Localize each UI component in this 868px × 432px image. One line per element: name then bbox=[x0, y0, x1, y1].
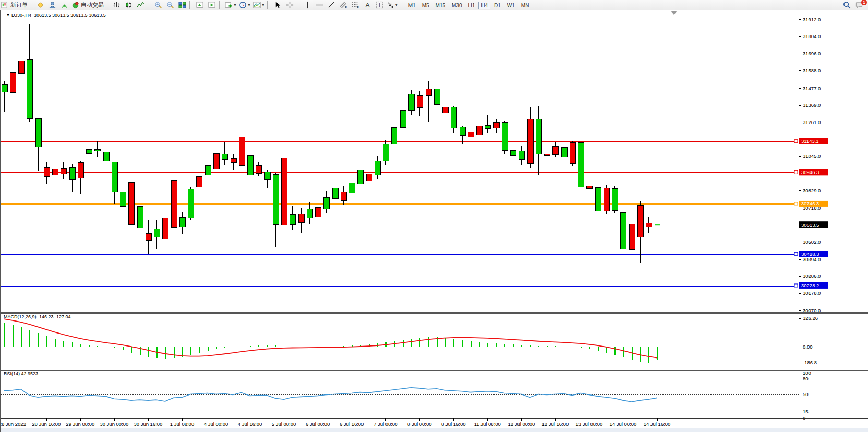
fibonacci-button[interactable]: F bbox=[349, 1, 361, 9]
svg-text:7 Jul 08:00: 7 Jul 08:00 bbox=[373, 421, 397, 427]
svg-text:30829.0: 30829.0 bbox=[803, 188, 821, 193]
channel-button[interactable]: E bbox=[337, 1, 349, 9]
vertical-line-button[interactable] bbox=[302, 1, 314, 9]
bear-candle bbox=[171, 181, 177, 228]
svg-text:8 Jul 00:00: 8 Jul 00:00 bbox=[407, 421, 431, 427]
search-button[interactable] bbox=[841, 1, 853, 9]
dropdown-caret: ▼ bbox=[233, 3, 237, 7]
data-window-icon bbox=[196, 1, 204, 9]
bull-candle bbox=[290, 215, 295, 224]
timeframe-m15[interactable]: M15 bbox=[433, 2, 448, 9]
bear-candle bbox=[493, 122, 499, 128]
account-button[interactable] bbox=[46, 1, 58, 9]
bull-candle bbox=[273, 175, 279, 224]
dropdown-caret: ▼ bbox=[247, 3, 251, 7]
signal-button[interactable] bbox=[58, 1, 70, 9]
toolbar-grip bbox=[219, 1, 223, 9]
bull-candle bbox=[112, 162, 117, 192]
candlestick-chart-button[interactable] bbox=[123, 1, 135, 9]
svg-text:13 Jul 08:00: 13 Jul 08:00 bbox=[576, 421, 603, 427]
bear-candle bbox=[366, 174, 372, 181]
timeframe-m30[interactable]: M30 bbox=[449, 2, 464, 9]
bear-candle bbox=[527, 119, 533, 163]
timeframe-w1[interactable]: W1 bbox=[504, 2, 517, 9]
chat-button[interactable]: 1 bbox=[853, 1, 865, 9]
new-order-button[interactable]: 新订单 bbox=[0, 1, 29, 9]
timeframe-d1[interactable]: D1 bbox=[491, 2, 503, 9]
zoom-out-button[interactable] bbox=[164, 1, 176, 9]
collapse-triangle-icon: ▼ bbox=[6, 13, 10, 17]
toolbar-grip bbox=[30, 1, 33, 9]
svg-text:30 Jun 00:00: 30 Jun 00:00 bbox=[100, 421, 128, 427]
rsi-name: RSI(14) bbox=[4, 371, 20, 376]
window-bottom-strip bbox=[1, 428, 868, 432]
timeframe-m5[interactable]: M5 bbox=[419, 2, 432, 9]
bull-candle bbox=[120, 192, 126, 207]
bull-candle bbox=[357, 170, 363, 184]
bear-candle bbox=[213, 153, 219, 169]
bull-candle bbox=[391, 127, 397, 144]
timeframe-h4[interactable]: H4 bbox=[478, 2, 490, 9]
toolbar-grip bbox=[148, 1, 151, 9]
trendline-button[interactable] bbox=[326, 1, 337, 9]
bull-candle bbox=[561, 148, 567, 157]
crosshair-button[interactable] bbox=[284, 1, 296, 9]
period-button[interactable]: ▼ bbox=[238, 1, 252, 9]
timeframe-group: M1M5M15M30H1H4D1W1MN bbox=[405, 2, 533, 8]
bull-candle bbox=[400, 111, 406, 128]
data-window-button[interactable] bbox=[194, 1, 206, 9]
svg-text:30428.3: 30428.3 bbox=[801, 251, 819, 257]
bull-candle bbox=[536, 119, 541, 154]
line-chart-button[interactable] bbox=[135, 1, 147, 9]
svg-text:4 Jul 16:00: 4 Jul 16:00 bbox=[238, 421, 262, 427]
ohlc-open: 30613.5 bbox=[34, 13, 51, 18]
bull-candle bbox=[383, 144, 389, 161]
svg-text:14 Jul 16:00: 14 Jul 16:00 bbox=[644, 421, 671, 427]
svg-text:28 Jun 16:00: 28 Jun 16:00 bbox=[32, 421, 61, 427]
navigator-button[interactable] bbox=[206, 1, 218, 9]
svg-text:31045.0: 31045.0 bbox=[803, 153, 821, 159]
dropdown-caret: ▼ bbox=[395, 3, 399, 7]
rsi-value: 42.9523 bbox=[21, 371, 39, 376]
signal-icon bbox=[61, 1, 68, 9]
macd-main-value: -146.23 bbox=[38, 314, 54, 319]
svg-text:0.00: 0.00 bbox=[803, 344, 813, 350]
chart-area[interactable]: 31912.031804.031696.031588.031477.031369… bbox=[0, 10, 868, 432]
arrows-button[interactable]: ▼ bbox=[385, 1, 400, 9]
template-button[interactable]: ▼ bbox=[252, 1, 266, 9]
ohlc-low: 30613.5 bbox=[70, 13, 88, 18]
svg-text:T: T bbox=[378, 2, 381, 8]
bull-candle bbox=[332, 188, 338, 198]
zoom-in-button[interactable] bbox=[152, 1, 164, 9]
bear-candle bbox=[315, 207, 321, 217]
bear-candle bbox=[239, 137, 245, 166]
cursor-button[interactable] bbox=[272, 1, 284, 9]
bear-candle bbox=[417, 95, 423, 107]
bar-chart-button[interactable] bbox=[111, 1, 123, 9]
svg-text:12 Jul 16:00: 12 Jul 16:00 bbox=[542, 421, 569, 427]
text-label-button[interactable]: T bbox=[373, 1, 385, 9]
horizontal-line-button[interactable] bbox=[314, 1, 326, 9]
svg-text:31143.1: 31143.1 bbox=[801, 138, 819, 144]
auto-trading-button[interactable]: 自动交易 bbox=[70, 1, 105, 9]
bull-candle bbox=[460, 127, 465, 135]
timeframe-h1[interactable]: H1 bbox=[465, 2, 477, 9]
new-chart-button[interactable]: ▼ bbox=[224, 1, 238, 9]
favorites-button[interactable] bbox=[34, 1, 46, 9]
price-chart-canvas[interactable]: 31912.031804.031696.031588.031477.031369… bbox=[1, 10, 868, 432]
bear-candle bbox=[298, 214, 304, 223]
svg-text:28 Jun 2022: 28 Jun 2022 bbox=[1, 421, 26, 427]
timeframe-m1[interactable]: M1 bbox=[406, 2, 418, 9]
svg-text:30746.3: 30746.3 bbox=[801, 201, 819, 206]
bull-candle bbox=[103, 152, 109, 161]
main-toolbar: 新订单 自动交易 bbox=[0, 0, 868, 10]
bull-candle bbox=[612, 188, 618, 210]
bull-candle bbox=[620, 212, 626, 249]
timeframe-mn[interactable]: MN bbox=[519, 2, 532, 9]
bear-candle bbox=[128, 182, 134, 224]
svg-text:6 Jul 00:00: 6 Jul 00:00 bbox=[306, 421, 330, 427]
text-button[interactable]: A bbox=[361, 1, 373, 9]
svg-text:31369.0: 31369.0 bbox=[803, 102, 821, 108]
tile-windows-button[interactable] bbox=[176, 1, 188, 9]
cursor-icon bbox=[274, 1, 282, 9]
